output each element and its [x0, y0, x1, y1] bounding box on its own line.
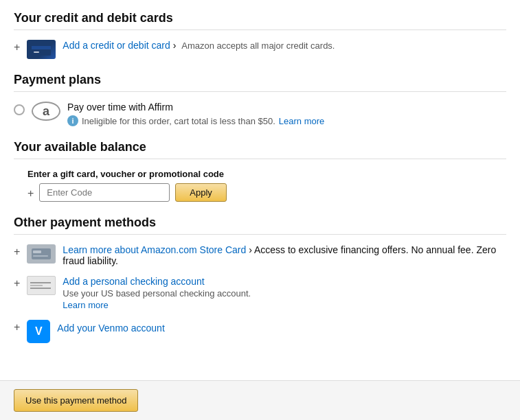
store-card-plus-icon[interactable]: +: [14, 246, 20, 258]
svg-rect-4: [32, 248, 51, 259]
gift-card-label: Enter a gift card, voucher or promotiona…: [27, 169, 506, 179]
payment-plans-divider: [14, 91, 506, 92]
checking-plus-icon[interactable]: +: [14, 277, 20, 290]
svg-rect-1: [32, 46, 51, 49]
affirm-main-text: Pay over time with Affirm: [67, 102, 324, 113]
affirm-ineligible-text: Ineligible for this order, cart total is…: [82, 116, 275, 126]
affirm-radio[interactable]: [14, 104, 25, 115]
add-card-row: + Add a credit or debit card › Amazon ac…: [14, 40, 506, 59]
gift-code-input[interactable]: [39, 183, 170, 202]
available-balance-section: Your available balance Enter a gift card…: [14, 140, 506, 202]
payment-plans-title: Payment plans: [14, 73, 506, 87]
venmo-row: + V Add your Venmo account: [14, 320, 506, 343]
credit-debit-section: Your credit and debit cards + Add a cred…: [14, 11, 506, 59]
add-card-text: Add a credit or debit card › Amazon acce…: [63, 40, 335, 51]
apply-button[interactable]: Apply: [175, 183, 227, 202]
add-card-link[interactable]: Add a credit or debit card: [63, 40, 170, 51]
use-payment-button[interactable]: Use this payment method: [14, 389, 138, 412]
credit-debit-divider: [14, 30, 506, 30]
checking-line-2: [30, 285, 43, 286]
checking-account-link[interactable]: Add a personal checking account: [63, 276, 251, 287]
svg-rect-2: [34, 51, 39, 53]
svg-rect-5: [33, 250, 41, 253]
affirm-learn-more-link[interactable]: Learn more: [279, 116, 324, 126]
affirm-text-block: Pay over time with Affirm i Ineligible f…: [67, 102, 324, 126]
store-card-text-block: Learn more about Amazon.com Store Card ›…: [63, 244, 506, 266]
available-balance-title: Your available balance: [14, 140, 506, 154]
checking-text-block: Add a personal checking account Use your…: [63, 276, 251, 310]
store-card-arrow: ›: [249, 244, 254, 255]
gift-card-section: Enter a gift card, voucher or promotiona…: [27, 169, 506, 202]
affirm-logo-icon: a: [32, 102, 60, 121]
venmo-plus-icon[interactable]: +: [14, 321, 20, 334]
store-card-link[interactable]: Learn more about Amazon.com Store Card: [63, 244, 246, 255]
add-card-plus-icon[interactable]: +: [14, 41, 20, 54]
checking-line-1: [30, 282, 51, 283]
main-content: Your credit and debit cards + Add a cred…: [0, 0, 520, 412]
store-card-row: + Learn more about Amazon.com Store Card…: [14, 244, 506, 266]
checking-account-icon: [27, 276, 56, 295]
other-payment-section: Other payment methods + Learn more about…: [14, 215, 506, 343]
checking-account-row: + Add a personal checking account Use yo…: [14, 276, 506, 310]
available-balance-divider: [14, 159, 506, 159]
other-payment-title: Other payment methods: [14, 215, 506, 230]
store-card-icon: [27, 244, 56, 264]
payment-plans-section: Payment plans a Pay over time with Affir…: [14, 73, 506, 126]
gift-input-row: + Apply: [27, 183, 506, 202]
venmo-icon: V: [27, 320, 50, 343]
venmo-link[interactable]: Add your Venmo account: [57, 323, 164, 334]
footer-bar: Use this payment method: [0, 380, 520, 420]
affirm-subtext: i Ineligible for this order, cart total …: [67, 115, 324, 126]
gift-plus-icon[interactable]: +: [27, 187, 34, 200]
other-payment-divider: [14, 234, 506, 235]
credit-card-icon: [27, 40, 56, 59]
info-icon: i: [67, 115, 78, 126]
checking-learn-more-link[interactable]: Learn more: [63, 300, 251, 310]
add-card-subtext: Amazon accepts all major credit cards.: [181, 40, 335, 51]
checking-line-3: [30, 288, 51, 289]
svg-rect-6: [33, 255, 48, 257]
credit-debit-title: Your credit and debit cards: [14, 11, 506, 25]
checking-subtext: Use your US based personal checking acco…: [63, 288, 251, 299]
affirm-row: a Pay over time with Affirm i Ineligible…: [14, 102, 506, 126]
